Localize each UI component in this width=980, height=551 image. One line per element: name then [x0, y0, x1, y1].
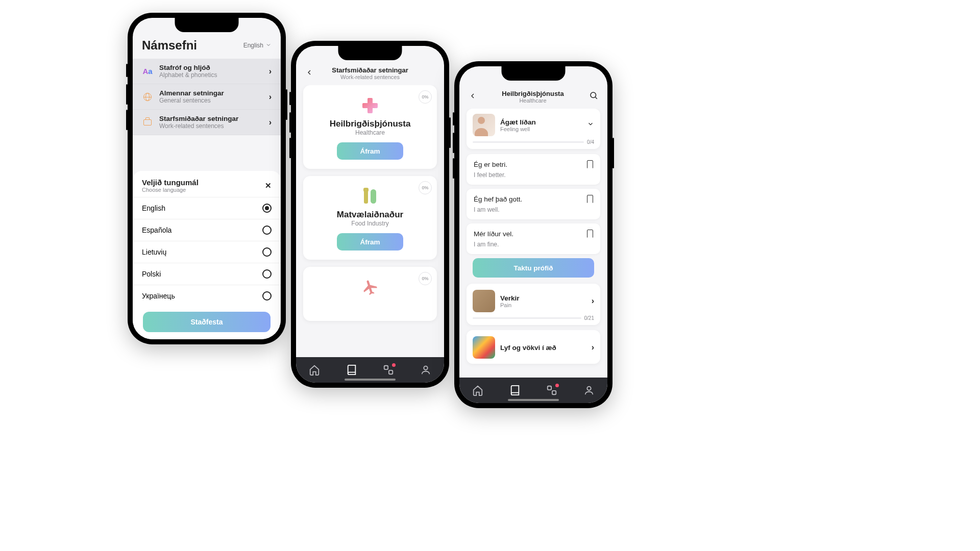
- home-indicator: [508, 399, 559, 401]
- svg-rect-0: [384, 366, 388, 369]
- back-button[interactable]: [305, 67, 313, 79]
- progress-badge: 0%: [419, 181, 432, 194]
- search-button[interactable]: [589, 91, 598, 103]
- category-title: Starfsmiðaðar setningar: [159, 115, 238, 122]
- progress-bar: [473, 141, 584, 143]
- sentence-text: Ég hef það gott.: [474, 195, 522, 203]
- continue-button[interactable]: Áfram: [337, 233, 403, 251]
- topic-card-food[interactable]: 0% Matvælaiðnaður Food Industry Áfram: [303, 176, 437, 260]
- sentence-translation: I am fine.: [474, 241, 593, 248]
- radio-unselected-icon: [262, 269, 272, 279]
- section-sub: Pain: [500, 302, 520, 308]
- briefcase-icon: [142, 119, 153, 126]
- card-subtitle: Food Industry: [311, 220, 429, 227]
- progress-count: 0/4: [587, 139, 594, 145]
- radio-selected-icon: [262, 204, 272, 213]
- sentence-text: Mér líður vel.: [474, 230, 513, 238]
- sentence-text: Ég er betri.: [474, 161, 507, 168]
- radio-unselected-icon: [262, 226, 272, 235]
- option-label: Polski: [142, 270, 161, 278]
- tab-games[interactable]: [383, 364, 394, 375]
- section-thumbnail: [473, 114, 495, 136]
- back-button[interactable]: [469, 91, 477, 103]
- lesson-section-meds[interactable]: Lyf og vökvi í æð ›: [467, 330, 600, 364]
- section-thumbnail: [473, 290, 495, 312]
- lesson-section-feeling-well: Ágæt líðan Feeling well 0/4: [467, 109, 600, 149]
- airplane-icon: [311, 260, 429, 314]
- chevron-right-icon: ›: [269, 118, 272, 127]
- category-row-work[interactable]: Starfsmiðaðar setningar Work-related sen…: [133, 110, 281, 135]
- tab-bar: [459, 378, 607, 403]
- topic-card-next[interactable]: 0%: [303, 267, 437, 321]
- category-sub: Work-related sentences: [159, 122, 238, 130]
- svg-point-7: [587, 387, 591, 390]
- tab-bar: [296, 357, 444, 383]
- take-test-button[interactable]: Taktu prófið: [473, 258, 594, 278]
- tab-home[interactable]: [472, 385, 483, 396]
- tab-learn[interactable]: [509, 385, 521, 396]
- category-sub: General sentences: [159, 97, 224, 104]
- option-label: Українець: [142, 292, 175, 300]
- progress-badge: 0%: [419, 90, 432, 104]
- radio-unselected-icon: [262, 291, 272, 300]
- screen-title: Heilbrigðisþjónusta: [481, 90, 585, 97]
- tab-profile[interactable]: [583, 385, 595, 396]
- section-thumbnail: [473, 336, 495, 359]
- lesson-section-pain[interactable]: Verkir Pain › 0/21: [467, 284, 600, 325]
- svg-point-3: [591, 92, 596, 98]
- card-title: Matvælaiðnaður: [311, 210, 429, 220]
- category-row-alphabet[interactable]: Aa Stafróf og hljóð Alphabet & phonetics…: [133, 59, 281, 84]
- tab-profile[interactable]: [420, 364, 431, 375]
- category-row-general[interactable]: Almennar setningar General sentences ›: [133, 84, 281, 110]
- language-option-lietuviu[interactable]: Lietuvių: [133, 241, 281, 263]
- category-sub: Alphabet & phonetics: [159, 71, 217, 79]
- section-title: Ágæt líðan: [500, 118, 536, 126]
- language-sheet: Veljið tungumál Choose language ✕ Englis…: [133, 171, 281, 339]
- home-indicator: [345, 379, 396, 381]
- bookmark-icon[interactable]: [587, 230, 593, 238]
- language-option-ukrainian[interactable]: Українець: [133, 285, 281, 307]
- language-dropdown[interactable]: English: [243, 42, 272, 49]
- svg-line-4: [595, 97, 597, 98]
- medical-plus-icon: [311, 96, 429, 115]
- language-option-english[interactable]: English: [133, 197, 281, 219]
- screen-subtitle: Work-related sentences: [317, 74, 423, 80]
- chevron-right-icon: ›: [269, 67, 272, 76]
- option-label: Española: [142, 226, 172, 234]
- chevron-right-icon: ›: [592, 343, 594, 352]
- category-title: Stafróf og hljóð: [159, 64, 217, 71]
- sentence-card[interactable]: Ég er betri. I feel better.: [467, 154, 600, 185]
- sentence-translation: I feel better.: [474, 171, 593, 179]
- bookmark-icon[interactable]: [587, 195, 593, 203]
- sheet-title: Veljið tungumál: [142, 178, 199, 187]
- section-sub: Feeling well: [500, 126, 536, 132]
- language-option-polski[interactable]: Polski: [133, 263, 281, 285]
- sentence-card[interactable]: Mér líður vel. I am fine.: [467, 223, 600, 254]
- cutlery-icon: [311, 187, 429, 206]
- radio-unselected-icon: [262, 247, 272, 257]
- section-header[interactable]: Ágæt líðan Feeling well: [467, 109, 600, 139]
- tab-home[interactable]: [309, 364, 320, 375]
- sentence-card[interactable]: Ég hef það gott. I am well.: [467, 189, 600, 219]
- close-icon[interactable]: ✕: [265, 178, 272, 190]
- confirm-button[interactable]: Staðfesta: [143, 312, 271, 332]
- language-option-espanola[interactable]: Española: [133, 219, 281, 241]
- card-title: Heilbrigðisþjónusta: [311, 119, 429, 129]
- notification-dot-icon: [392, 363, 396, 367]
- section-title: Verkir: [500, 294, 520, 302]
- tab-learn[interactable]: [346, 364, 357, 375]
- section-title: Lyf og vökvi í æð: [500, 344, 556, 352]
- sentence-translation: I am well.: [474, 206, 593, 213]
- svg-rect-6: [552, 391, 556, 394]
- chevron-down-icon: [587, 120, 594, 130]
- continue-button[interactable]: Áfram: [337, 142, 403, 160]
- option-label: English: [142, 204, 165, 212]
- progress-count: 0/21: [584, 315, 594, 321]
- sheet-sub: Choose language: [142, 187, 199, 193]
- progress-bar: [473, 317, 581, 319]
- topic-card-healthcare[interactable]: 0% Heilbrigðisþjónusta Healthcare Áfram: [303, 85, 437, 169]
- tab-games[interactable]: [546, 385, 557, 396]
- chevron-right-icon: ›: [592, 296, 594, 306]
- bookmark-icon[interactable]: [587, 160, 593, 168]
- screen-subtitle: Healthcare: [481, 97, 585, 104]
